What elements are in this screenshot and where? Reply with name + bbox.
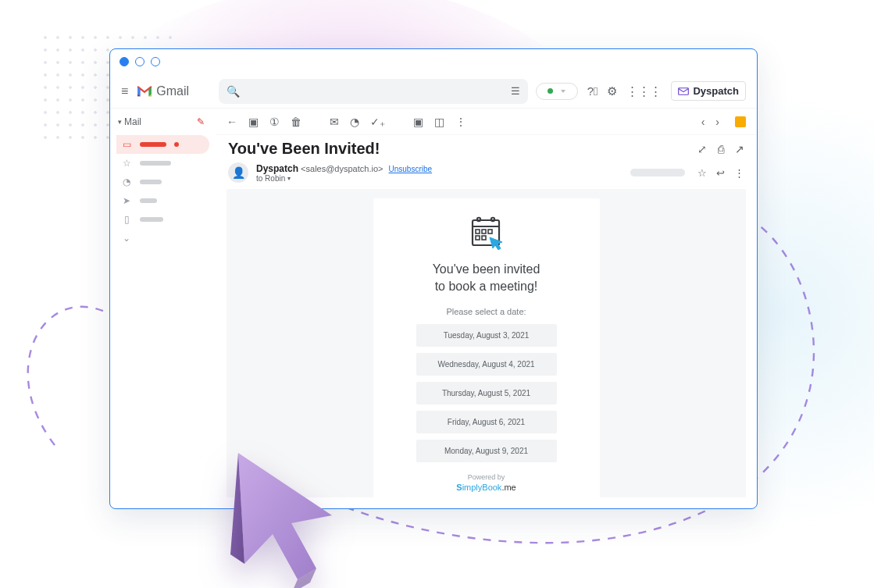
clock-icon: ◔ (121, 176, 132, 187)
caret-down-icon (561, 90, 565, 93)
select-date-prompt: Please select a date: (387, 307, 586, 316)
window-titlebar (110, 49, 757, 74)
chevron-down-icon: ⌄ (121, 233, 132, 244)
sender-avatar[interactable]: 👤 (228, 162, 248, 183)
email-title-line2: to book a meeting! (387, 278, 586, 295)
svg-rect-6 (482, 230, 486, 233)
unsubscribe-link[interactable]: Unsubscribe (389, 165, 433, 173)
svg-rect-9 (482, 236, 486, 240)
decorative-3d-cursor (207, 437, 363, 588)
sidebar-item-sent[interactable]: ➤ (116, 191, 209, 210)
mail-label: Mail (124, 116, 141, 127)
mark-unread-icon[interactable]: ✉ (330, 116, 339, 128)
window-dot-3 (151, 57, 160, 66)
email-title-line1: You've been invited (387, 261, 586, 278)
snooze-icon[interactable]: ◔ (350, 116, 359, 128)
move-icon[interactable]: ▣ (413, 116, 423, 128)
date-option-1[interactable]: Tuesday, August 3, 2021 (416, 324, 557, 347)
date-option-5[interactable]: Monday, August 9, 2021 (416, 440, 557, 462)
to-line: to Robin (256, 174, 285, 183)
apps-grid-icon[interactable]: ⋮⋮⋮ (626, 84, 662, 98)
gmail-logo[interactable]: Gmail (136, 84, 189, 98)
label-icon[interactable]: ◫ (434, 116, 444, 128)
powered-by-label: Powered by (387, 473, 586, 481)
date-option-2[interactable]: Wednesday, August 4, 2021 (416, 353, 557, 376)
dyspatch-label: Dyspatch (693, 85, 739, 97)
search-options-icon[interactable]: ☰ (511, 85, 520, 97)
add-task-icon[interactable]: ✓₊ (370, 116, 385, 128)
gear-icon[interactable]: ⚙ (607, 84, 617, 98)
date-option-3[interactable]: Thursday, August 5, 2021 (416, 382, 557, 404)
email-subject: You've Been Invited! (228, 140, 380, 158)
sender-name: Dyspatch (256, 163, 298, 174)
mail-selector[interactable]: ▾Mail ✎ (116, 113, 209, 130)
popout-icon[interactable]: ↗ (735, 143, 744, 155)
recipient-caret-icon[interactable]: ▾ (287, 175, 291, 182)
report-spam-icon[interactable]: ① (269, 116, 280, 128)
prev-icon[interactable]: ‹ (701, 116, 705, 128)
sidebar-item-more[interactable]: ⌄ (116, 229, 209, 248)
sender-email: <sales@dyspatch.io> (301, 164, 383, 173)
archive-icon[interactable]: ▣ (248, 116, 259, 128)
date-option-4[interactable]: Friday, August 6, 2021 (416, 411, 557, 433)
sender-row: 👤 Dyspatch <sales@dyspatch.io> Unsubscri… (216, 161, 757, 189)
svg-rect-0 (679, 87, 689, 94)
gmail-label: Gmail (156, 84, 189, 98)
more-icon[interactable]: ⋮ (455, 116, 466, 128)
window-dot-1 (120, 57, 129, 66)
active-status-dot (548, 88, 553, 94)
draft-icon: ▯ (121, 214, 132, 225)
sidebar-item-inbox[interactable]: ▭ (116, 135, 209, 154)
search-box[interactable]: 🔍 ☰ (219, 79, 528, 104)
svg-rect-5 (476, 230, 480, 233)
timestamp-placeholder (630, 169, 685, 176)
simplybook-brand[interactable]: SimplyBook.me (387, 483, 586, 492)
dyspatch-icon (678, 87, 689, 95)
message-more-icon[interactable]: ⋮ (734, 167, 744, 179)
addon-icon[interactable] (735, 116, 746, 127)
print-icon[interactable]: ⎙ (718, 143, 724, 155)
status-pill[interactable] (536, 83, 578, 100)
inbox-icon: ▭ (121, 139, 132, 150)
star-icon: ☆ (121, 158, 132, 169)
compose-icon[interactable]: ✎ (197, 116, 205, 127)
svg-rect-7 (488, 230, 492, 233)
email-card: You've been invited to book a meeting! P… (373, 198, 600, 497)
sidebar: ▾Mail ✎ ▭ ☆ ◔ ➤ ▯ (110, 109, 216, 508)
email-title: You've been invited to book a meeting! (387, 261, 586, 294)
calendar-cursor-icon (468, 216, 505, 250)
star-message-icon[interactable]: ☆ (697, 167, 707, 179)
menu-icon[interactable]: ≡ (121, 84, 128, 98)
svg-rect-8 (476, 236, 480, 240)
unread-dot (174, 142, 179, 147)
delete-icon[interactable]: 🗑 (291, 116, 301, 128)
sent-icon: ➤ (121, 195, 132, 206)
search-icon: 🔍 (227, 85, 240, 98)
expand-icon[interactable]: ⤢ (697, 143, 707, 155)
back-icon[interactable]: ← (227, 116, 237, 128)
sidebar-item-drafts[interactable]: ▯ (116, 210, 209, 229)
sidebar-item-starred[interactable]: ☆ (116, 154, 209, 173)
next-icon[interactable]: › (715, 116, 719, 128)
dyspatch-button[interactable]: Dyspatch (671, 81, 746, 101)
help-icon[interactable]: ?⃝ (587, 84, 598, 98)
action-bar: ← ▣ ① 🗑 ✉ ◔ ✓₊ ▣ ◫ ⋮ ‹ › (216, 109, 757, 135)
window-dot-2 (135, 57, 144, 66)
search-input[interactable] (246, 85, 505, 97)
subject-row: You've Been Invited! ⤢ ⎙ ↗ (216, 135, 757, 161)
sidebar-item-snoozed[interactable]: ◔ (116, 173, 209, 191)
gmail-header: ≡ Gmail 🔍 ☰ ?⃝ ⚙ ⋮⋮⋮ Dyspatch (110, 74, 757, 109)
reply-icon[interactable]: ↩ (716, 167, 725, 179)
